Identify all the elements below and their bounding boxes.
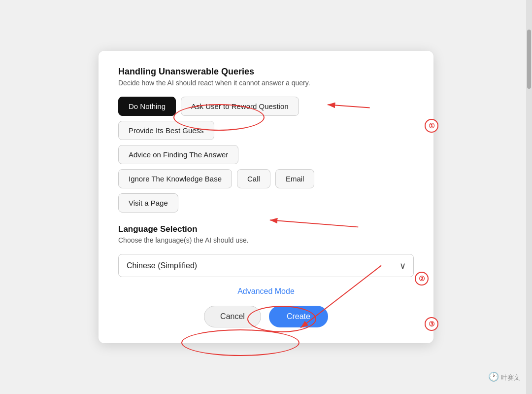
section2-title: Language Selection: [118, 224, 414, 234]
create-button[interactable]: Create: [269, 306, 328, 327]
section-unanswerable: Handling Unanswerable Queries Decide how…: [118, 67, 414, 213]
annotation-num-2: ②: [415, 272, 429, 286]
option-visit-page[interactable]: Visit a Page: [118, 193, 178, 213]
options-row5: Visit a Page: [118, 193, 414, 213]
option-advice[interactable]: Advice on Finding The Answer: [118, 145, 238, 164]
option-do-nothing[interactable]: Do Nothing: [118, 97, 176, 116]
footer-buttons: Cancel Create: [118, 306, 414, 327]
option-email[interactable]: Email: [275, 169, 315, 188]
options-row1: Do Nothing Ask User to Reword Question: [118, 97, 414, 116]
option-ask-user[interactable]: Ask User to Reword Question: [181, 97, 299, 116]
option-ignore-kb[interactable]: Ignore The Knowledge Base: [118, 169, 232, 188]
option-best-guess[interactable]: Provide Its Best Guess: [118, 121, 214, 140]
advanced-mode-link[interactable]: Advanced Mode: [118, 287, 414, 296]
options-row2: Provide Its Best Guess: [118, 121, 414, 140]
options-row4: Ignore The Knowledge Base Call Email: [118, 169, 414, 188]
option-call[interactable]: Call: [237, 169, 270, 188]
language-ellipse-annotation: [181, 329, 299, 356]
section1-desc: Decide how the AI should react when it c…: [118, 79, 414, 87]
section1-title: Handling Unanswerable Queries: [118, 67, 414, 77]
cancel-button[interactable]: Cancel: [204, 306, 261, 327]
section2-desc: Choose the language(s) the AI should use…: [118, 236, 414, 244]
scrollbar[interactable]: [526, 0, 532, 394]
annotation-num-1: ①: [425, 119, 438, 133]
options-row3: Advice on Finding The Answer: [118, 145, 414, 164]
language-select-wrapper: Chinese (Simplified) English Spanish Fre…: [118, 254, 414, 277]
language-select[interactable]: Chinese (Simplified) English Spanish Fre…: [118, 254, 414, 277]
watermark: 🕐 叶赛文: [488, 371, 520, 382]
section-language: Language Selection Choose the language(s…: [118, 224, 414, 277]
annotation-num-3: ③: [425, 317, 438, 331]
scrollbar-thumb[interactable]: [527, 30, 531, 89]
modal-container: Handling Unanswerable Queries Decide how…: [99, 51, 433, 343]
